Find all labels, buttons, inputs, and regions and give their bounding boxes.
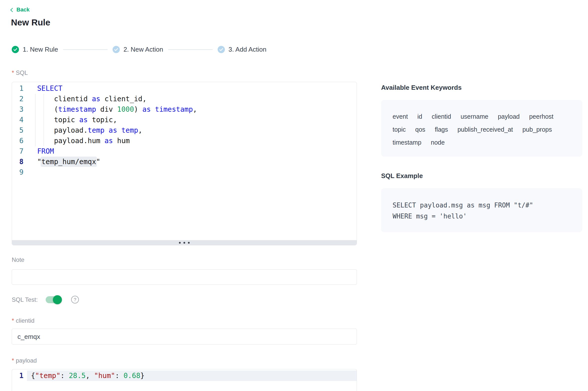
code-token-pl xyxy=(105,126,109,134)
keyword-item: topic xyxy=(393,126,406,133)
code-token-pl: , xyxy=(138,126,143,134)
sql-code-editor[interactable]: 1SELECT2 clientid as client_id,3 (timest… xyxy=(12,82,357,245)
step-1-new-rule[interactable]: 1. New Rule xyxy=(12,46,58,53)
back-button[interactable]: Back xyxy=(11,6,30,13)
required-asterisk: * xyxy=(12,357,14,364)
code-token-kw: as xyxy=(109,126,117,134)
code-token-pl: payload.hum xyxy=(37,137,105,145)
line-number: 1 xyxy=(12,371,27,381)
code-token-prop: "temp" xyxy=(35,372,60,380)
back-chevron-icon xyxy=(10,8,15,12)
line-number: 8 xyxy=(12,157,27,167)
new-rule-page: Back New Rule 1. New Rule 2. New Action … xyxy=(0,0,588,391)
event-keywords-card: eventidclientidusernamepayloadpeerhostto… xyxy=(381,100,582,157)
code-line[interactable]: 1SELECT xyxy=(12,83,357,94)
example-code-line: SELECT payload.msg as msg FROM "t/#" xyxy=(393,200,571,211)
code-token-pl: , xyxy=(86,372,94,380)
code-text: (timestamp div 1000) as timestamp, xyxy=(27,104,357,115)
line-number: 2 xyxy=(12,94,27,104)
line-number: 5 xyxy=(12,125,27,136)
help-icon[interactable]: ? xyxy=(71,296,79,303)
code-token-pl: ( xyxy=(37,105,58,113)
code-token-kw: timestamp xyxy=(58,105,96,113)
resize-dot xyxy=(188,242,190,244)
code-token-pl xyxy=(117,126,121,134)
code-token-kw: temp xyxy=(88,126,104,134)
code-text: {"temp": 28.5, "hum": 0.68} xyxy=(27,371,357,381)
code-text: topic as topic, xyxy=(27,115,357,125)
code-line[interactable]: 5 payload.temp as temp, xyxy=(12,125,357,136)
code-line[interactable]: 6 payload.hum as hum xyxy=(12,136,357,146)
code-token-pl: } xyxy=(140,372,145,380)
keyword-item: username xyxy=(460,113,488,120)
sql-code-lines[interactable]: 1SELECT2 clientid as client_id,3 (timest… xyxy=(12,82,357,240)
note-field-label: Note xyxy=(12,256,24,263)
code-token-pl: ) xyxy=(134,105,143,113)
keyword-item: flags xyxy=(435,126,448,133)
code-token-kw: SELECT xyxy=(37,84,62,93)
code-token-prop: "hum" xyxy=(94,372,115,380)
required-asterisk: * xyxy=(12,317,14,324)
code-token-pl: payload. xyxy=(37,126,88,134)
code-line[interactable]: 3 (timestamp div 1000) as timestamp, xyxy=(12,104,357,115)
line-number: 1 xyxy=(12,83,27,94)
code-token-kw: temp xyxy=(121,126,138,134)
check-icon xyxy=(13,48,17,51)
code-line[interactable]: 7FROM xyxy=(12,146,357,157)
example-code-line: WHERE msg = 'hello' xyxy=(393,211,571,222)
sql-test-row: SQL Test: ? xyxy=(12,296,79,303)
keyword-item: pub_props xyxy=(522,126,552,133)
step-label: 1. New Rule xyxy=(23,46,58,53)
payload-code-lines[interactable]: 1{"temp": 28.5, "hum": 0.68} xyxy=(12,369,357,381)
code-text: "temp_hum/emqx" xyxy=(27,157,357,167)
sql-test-toggle[interactable] xyxy=(46,296,61,303)
step-3-add-action[interactable]: 3. Add Action xyxy=(218,46,267,53)
sql-field-label: *SQL xyxy=(12,69,28,76)
code-token-pl: : xyxy=(115,372,124,380)
code-token-kw: timestamp xyxy=(155,105,193,113)
keyword-item: id xyxy=(417,113,422,120)
step-indicator: 1. New Rule 2. New Action 3. Add Action xyxy=(12,46,266,53)
keyword-item: timestamp xyxy=(393,139,421,146)
step-2-new-action[interactable]: 2. New Action xyxy=(113,46,163,53)
code-line[interactable]: 4 topic as topic, xyxy=(12,115,357,125)
clientid-field-label: *clientid xyxy=(12,317,34,324)
back-label: Back xyxy=(16,6,30,13)
code-text: FROM xyxy=(27,146,357,157)
check-icon xyxy=(114,48,118,51)
sql-example-card: SELECT payload.msg as msg FROM "t/#"WHER… xyxy=(381,188,582,232)
code-token-pl: , xyxy=(193,105,197,113)
step-label: 3. Add Action xyxy=(229,46,267,53)
step-connector xyxy=(63,49,108,50)
code-line[interactable]: 8"temp_hum/emqx" xyxy=(12,157,357,167)
code-token-kw: as xyxy=(92,95,100,103)
code-token-num: 28.5 xyxy=(69,372,86,380)
clientid-input[interactable] xyxy=(12,329,357,345)
code-token-pl: " xyxy=(96,158,100,166)
indent-guide xyxy=(35,94,35,146)
code-line[interactable]: 1{"temp": 28.5, "hum": 0.68} xyxy=(12,371,357,381)
payload-code-editor[interactable]: 1{"temp": 28.5, "hum": 0.68} xyxy=(12,369,357,391)
sql-example-title: SQL Example xyxy=(381,172,582,180)
line-number: 6 xyxy=(12,136,27,146)
code-line[interactable]: 2 clientid as client_id, xyxy=(12,94,357,104)
code-text: payload.temp as temp, xyxy=(27,125,357,136)
note-input[interactable] xyxy=(12,269,357,285)
code-text: SELECT xyxy=(27,83,357,94)
code-token-num: 0.68 xyxy=(124,372,140,380)
code-text: clientid as client_id, xyxy=(27,94,357,104)
code-line[interactable]: 9 xyxy=(12,167,357,178)
keyword-item: node xyxy=(431,139,445,146)
toggle-knob-icon xyxy=(53,295,62,304)
resize-dot xyxy=(179,242,181,244)
code-text xyxy=(27,167,357,178)
code-token-pl: div xyxy=(96,105,117,113)
editor-resize-handle[interactable] xyxy=(12,240,357,245)
code-token-kw: as xyxy=(142,105,151,113)
event-keywords-title: Available Event Keywords xyxy=(381,84,582,92)
line-number: 3 xyxy=(12,104,27,115)
required-asterisk: * xyxy=(12,69,14,76)
code-text: payload.hum as hum xyxy=(27,136,357,146)
code-token-pl: client_id, xyxy=(100,95,147,103)
keyword-item: peerhost xyxy=(529,113,553,120)
